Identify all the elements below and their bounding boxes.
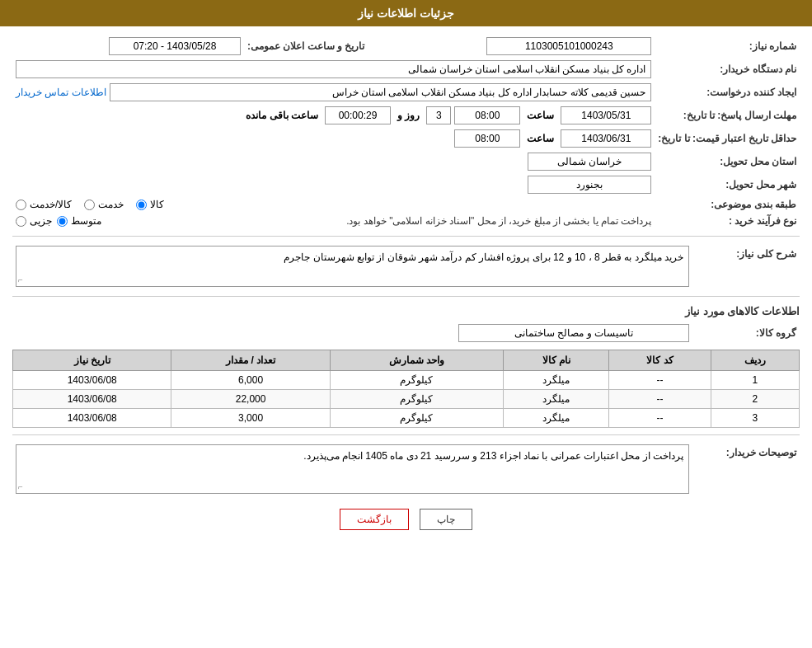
mohlat-value-cell: 1403/05/31 ساعت 08:00 3 روز و 00:00:29 س… (12, 104, 655, 127)
cell-tedad: 6,000 (171, 371, 330, 390)
noe-farayand-label: نوع فرآیند خرید : (655, 213, 800, 229)
cell-tarikh: 1403/06/08 (13, 390, 171, 409)
hadaqal-saat-label: ساعت (527, 133, 554, 144)
hadaqal-label: حداقل تاریخ اعتبار قیمت: تا تاریخ: (655, 127, 800, 150)
shahr-value: بجنورد (528, 176, 651, 194)
hadaqal-time: 08:00 (454, 129, 520, 148)
cell-vahed: کیلوگرم (330, 390, 504, 409)
noe-farayand-value-cell: پرداخت تمام یا بخشی از مبلغ خرید، از محل… (12, 213, 655, 229)
shomare-niaz-label: شماره نیاز: (655, 35, 800, 58)
cell-radif: 3 (711, 409, 799, 428)
tabaqe-khedmat-label: خدمت (98, 199, 124, 210)
itemas-kharidaar-link[interactable]: اطلاعات تماس خریدار (16, 87, 106, 98)
ostan-value: خراسان شمالی (528, 153, 651, 171)
shahr-value-cell: بجنورد (12, 173, 655, 196)
col-tedad: تعداد / مقدار (171, 350, 330, 371)
page-header: جزئیات اطلاعات نیاز (0, 0, 812, 26)
hadaqal-date: 1403/06/31 (561, 129, 651, 148)
col-tarikh: تاریخ نیاز (13, 350, 171, 371)
mohlat-roz: 3 (426, 106, 451, 124)
print-button[interactable]: چاپ (420, 509, 472, 530)
col-nam-kala: نام کالا (504, 350, 609, 371)
cell-tedad: 22,000 (171, 390, 330, 409)
tabaqe-khadam-radio[interactable] (16, 200, 26, 210)
button-bar: چاپ بازگشت (12, 509, 800, 542)
cell-radif: 2 (711, 390, 799, 409)
divider-3 (12, 434, 800, 435)
cell-tarikh: 1403/06/08 (13, 409, 171, 428)
sharh-value-cell: خرید میلگرد به قطر 8 ، 10 و 12 برای پروژ… (12, 243, 692, 289)
kala-info-title: اطلاعات کالاهای مورد نیاز (12, 305, 800, 317)
kala-table: ردیف کد کالا نام کالا واحد شمارش تعداد /… (12, 350, 800, 428)
ijad-konande-value-cell: حسین قدیمی کلاته حسابدار اداره کل بنیاد … (12, 81, 655, 104)
noe-motavaset-item: متوسط (57, 215, 101, 227)
cell-vahed: کیلوگرم (330, 409, 504, 428)
ostan-label: استان محل تحویل: (655, 150, 800, 173)
shomare-niaz-value-cell: 1103005101000243 (368, 35, 655, 58)
tabaqe-khedmat-item: خدمت (84, 199, 124, 210)
tarikh-label: تاریخ و ساعت اعلان عمومی: (244, 35, 368, 58)
ijad-konande-value: حسین قدیمی کلاته حسابدار اداره کل بنیاد … (110, 83, 652, 101)
info-section: شماره نیاز: 1103005101000243 تاریخ و ساع… (12, 35, 800, 229)
tosiye-label: توصیحات خریدار: (692, 442, 800, 496)
noe-motavaset-radio[interactable] (57, 216, 68, 227)
mohlat-saat-mande: 00:00:29 (325, 106, 391, 124)
roz-label: روز و (397, 110, 420, 121)
tosiye-value: پرداخت از محل اعتبارات عمرانی با نماد اج… (16, 444, 689, 494)
table-row: 2 -- میلگرد کیلوگرم 22,000 1403/06/08 (13, 390, 800, 409)
noe-farayand-desc: پرداخت تمام یا بخشی از مبلغ خرید، از محل… (106, 215, 651, 227)
noe-jozi-label: جزیی (30, 215, 52, 227)
sharh-section: شرح کلی نیاز: خرید میلگرد به قطر 8 ، 10 … (12, 243, 800, 289)
ijad-konande-label: ایجاد کننده درخواست: (655, 81, 800, 104)
saat-label: ساعت (527, 110, 554, 121)
tabaqe-khedmat-radio[interactable] (84, 200, 95, 210)
tarikh-value-cell: 1403/05/28 - 07:20 (12, 35, 244, 58)
hadaqal-value-cell: 1403/06/31 ساعت 08:00 (12, 127, 655, 150)
mohlat-date: 1403/05/31 (561, 106, 651, 124)
mohlat-label: مهلت ارسال پاسخ: تا تاریخ: (655, 104, 800, 127)
table-row: 1 -- میلگرد کیلوگرم 6,000 1403/06/08 (13, 371, 800, 390)
nam-dastgah-value: اداره کل بنیاد مسکن انقلاب اسلامی استان … (16, 60, 651, 78)
col-kod-kala: کد کالا (609, 350, 711, 371)
tabaqe-kala-radio[interactable] (136, 200, 147, 210)
saat-baqi-label: ساعت باقی مانده (246, 110, 318, 121)
cell-kod-kala: -- (609, 409, 711, 428)
nam-dastgah-label: نام دستگاه خریدار: (655, 58, 800, 81)
sharh-value: خرید میلگرد به قطر 8 ، 10 و 12 برای پروژ… (16, 246, 689, 287)
shahr-label: شهر محل تحویل: (655, 173, 800, 196)
tosiye-value-cell: پرداخت از محل اعتبارات عمرانی با نماد اج… (12, 442, 692, 496)
cell-nam-kala: میلگرد (504, 409, 609, 428)
page-title: جزئیات اطلاعات نیاز (358, 7, 454, 20)
col-radif: ردیف (711, 350, 799, 371)
nam-dastgah-value-cell: اداره کل بنیاد مسکن انقلاب اسلامی استان … (12, 58, 655, 81)
page-wrapper: جزئیات اطلاعات نیاز شماره نیاز: 11030051… (0, 0, 812, 648)
tabaqe-label: طبقه بندی موضوعی: (655, 196, 800, 213)
group-kala-value-cell: تاسیسات و مصالح ساختمانی (12, 322, 692, 345)
cell-vahed: کیلوگرم (330, 371, 504, 390)
ostan-value-cell: خراسان شمالی (12, 150, 655, 173)
tabaqe-khadam-label: کالا/خدمت (30, 199, 72, 210)
cell-tedad: 3,000 (171, 409, 330, 428)
noe-motavaset-label: متوسط (71, 215, 101, 227)
tabaqe-kala-item: کالا (136, 199, 164, 210)
back-button[interactable]: بازگشت (340, 509, 409, 530)
col-vahed: واحد شمارش (330, 350, 504, 371)
shomare-niaz-value: 1103005101000243 (486, 37, 651, 55)
divider-1 (12, 236, 800, 237)
cell-kod-kala: -- (609, 371, 711, 390)
noe-jozi-item: جزیی (16, 215, 52, 227)
tosiye-section: توصیحات خریدار: پرداخت از محل اعتبارات ع… (12, 442, 800, 496)
cell-tarikh: 1403/06/08 (13, 371, 171, 390)
tabaqe-kala-label: کالا (150, 199, 164, 210)
cell-nam-kala: میلگرد (504, 390, 609, 409)
table-row: 3 -- میلگرد کیلوگرم 3,000 1403/06/08 (13, 409, 800, 428)
main-content: شماره نیاز: 1103005101000243 تاریخ و ساع… (0, 26, 812, 551)
group-kala-label: گروه کالا: (692, 322, 800, 345)
group-kala-section: گروه کالا: تاسیسات و مصالح ساختمانی (12, 322, 800, 345)
group-kala-value: تاسیسات و مصالح ساختمانی (458, 324, 689, 342)
cell-nam-kala: میلگرد (504, 371, 609, 390)
tarikh-value: 1403/05/28 - 07:20 (109, 37, 241, 55)
sharh-label: شرح کلی نیاز: (692, 243, 800, 289)
noe-jozi-radio[interactable] (16, 216, 26, 227)
divider-2 (12, 296, 800, 297)
